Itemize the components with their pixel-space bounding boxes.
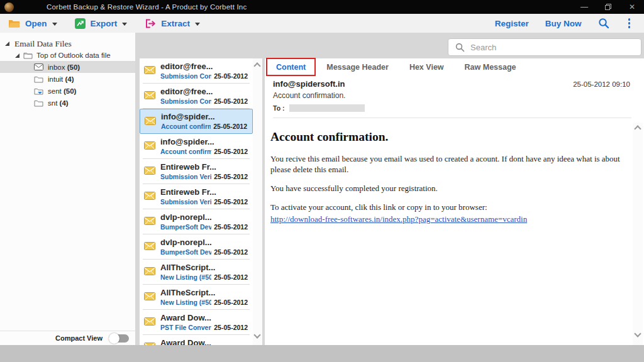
tree-folder-snt[interactable]: snt (4) [0, 97, 135, 109]
export-icon [75, 18, 86, 29]
toolbar-search-button[interactable] [598, 18, 609, 29]
content-scrollbar[interactable] [633, 123, 643, 345]
list-item[interactable]: editor@free... Submission Confirm25-05-2… [140, 84, 253, 109]
folder-tree-panel: Email Data Files Top of Outlook data fil… [0, 33, 135, 345]
scroll-down-icon[interactable] [634, 330, 641, 337]
search-box[interactable] [448, 38, 641, 56]
tab-hex-view[interactable]: Hex View [409, 63, 444, 72]
envelope-icon [144, 217, 155, 225]
body-paragraph: You have successfully completed your reg… [270, 183, 625, 194]
expand-caret-icon[interactable] [5, 41, 9, 46]
list-item[interactable]: dvlp-norepl... BumperSoft Develo25-05-20… [140, 209, 253, 234]
body-paragraph: To activate your account, clik this link… [270, 202, 625, 212]
more-options-button[interactable] [626, 17, 633, 30]
message-subject: Account confirmation. [273, 91, 631, 100]
envelope-icon [144, 317, 155, 326]
extract-icon [145, 19, 156, 28]
app-icon [4, 3, 14, 12]
sent-icon [34, 87, 43, 95]
message-body: Account confirmation. You recive this em… [265, 118, 644, 224]
content-panel: Content Message Header Hex View Raw Mess… [265, 58, 644, 345]
extract-button[interactable]: Extract [145, 19, 200, 28]
envelope-icon [144, 167, 155, 175]
expand-caret-icon[interactable] [15, 53, 19, 58]
list-item[interactable]: Award Dow... [140, 335, 253, 345]
tree-root-email-data-files[interactable]: Email Data Files [0, 38, 135, 50]
scroll-down-icon[interactable] [253, 331, 260, 338]
envelope-icon [144, 242, 155, 250]
list-item-selected[interactable]: info@spider... Account confirmati25-05-2… [140, 109, 253, 134]
envelope-icon [34, 63, 43, 70]
window-title: Corbett Backup & Restore Wizard - A Prod… [47, 3, 247, 11]
chevron-down-icon [122, 23, 127, 26]
restore-icon [605, 4, 611, 10]
chevron-down-icon [52, 23, 57, 26]
folder-icon [23, 52, 33, 59]
compact-view-toggle[interactable] [110, 334, 129, 343]
register-link[interactable]: Register [495, 19, 529, 28]
chevron-down-icon [195, 23, 200, 26]
buy-now-link[interactable]: Buy Now [545, 19, 582, 28]
compact-view-label: Compact View [55, 334, 103, 342]
list-item[interactable]: AllTheScript... New Listing (#507025-05-… [140, 260, 253, 285]
folder-icon [34, 99, 43, 107]
window-controls: — ✕ [572, 0, 644, 14]
tree-folder-inbox[interactable]: inbox (50) [0, 61, 135, 73]
compact-view-row: Compact View [0, 331, 135, 345]
kebab-icon [628, 18, 631, 21]
list-item[interactable]: editor@free... Submission Confirm25-05-2… [140, 58, 253, 84]
body-paragraph: You recive this email because you email … [270, 153, 625, 175]
title-bar: Corbett Backup & Restore Wizard - A Prod… [0, 0, 644, 14]
header-divider [273, 118, 631, 118]
list-item[interactable]: AllTheScript... New Listing (#507025-05-… [140, 285, 253, 310]
tab-bar: Content Message Header Hex View Raw Mess… [265, 58, 644, 75]
tab-raw-message[interactable]: Raw Message [465, 63, 516, 72]
close-button[interactable]: ✕ [620, 0, 644, 14]
list-item[interactable]: Entireweb Fr... Submission Verifica25-05… [140, 159, 253, 184]
tab-content[interactable]: Content [276, 63, 306, 72]
message-datetime: 25-05-2012 09:10 [573, 80, 630, 88]
list-item[interactable]: Entireweb Fr... Submission Verifica25-05… [140, 184, 253, 209]
tab-message-header[interactable]: Message Header [326, 63, 389, 72]
search-icon [598, 18, 609, 29]
redacted-recipient [289, 104, 365, 112]
open-button[interactable]: Open [8, 19, 57, 28]
search-input[interactable] [470, 43, 641, 52]
envelope-icon [144, 141, 155, 150]
bottom-bar [0, 345, 644, 362]
open-folder-icon [8, 19, 20, 28]
panel-divider [135, 33, 140, 345]
tree-folder-intuit[interactable]: intuit (4) [0, 73, 135, 85]
list-item[interactable]: info@spider... Account confirmati25-05-2… [140, 134, 253, 159]
annotation-box: Content [266, 58, 316, 76]
list-item[interactable]: dvlp-norepl... BumperSoft Develo25-05-20… [140, 234, 253, 260]
envelope-icon [144, 192, 155, 200]
search-icon [455, 43, 465, 52]
maximize-button[interactable] [596, 0, 620, 14]
envelope-icon [144, 91, 155, 99]
message-header: info@spidersoft.in 25-05-2012 09:10 Acco… [265, 75, 644, 118]
scroll-up-icon[interactable] [253, 62, 260, 69]
envelope-icon [144, 66, 155, 74]
body-heading: Account confirmation. [270, 130, 625, 144]
email-list: editor@free... Submission Confirm25-05-2… [140, 58, 253, 345]
tree-folder-sent[interactable]: sent (50) [0, 85, 135, 97]
to-label: To : [273, 104, 284, 112]
tree-node-outlook-data-file[interactable]: Top of Outlook data file [0, 50, 135, 61]
toolbar: Open Export Extract Register Buy Now [0, 14, 644, 33]
activation-link[interactable]: http://download-free-softwares.in/index.… [270, 214, 527, 224]
minimize-button[interactable]: — [572, 0, 596, 14]
folder-icon [34, 75, 43, 83]
envelope-icon [145, 117, 156, 125]
email-list-scrollbar[interactable] [253, 58, 262, 345]
envelope-icon [144, 292, 155, 300]
envelope-icon [144, 267, 155, 275]
list-item[interactable]: Award Dow... PST File Converter :25-05-2… [140, 310, 253, 335]
export-button[interactable]: Export [75, 18, 128, 29]
scroll-up-icon[interactable] [634, 125, 641, 132]
